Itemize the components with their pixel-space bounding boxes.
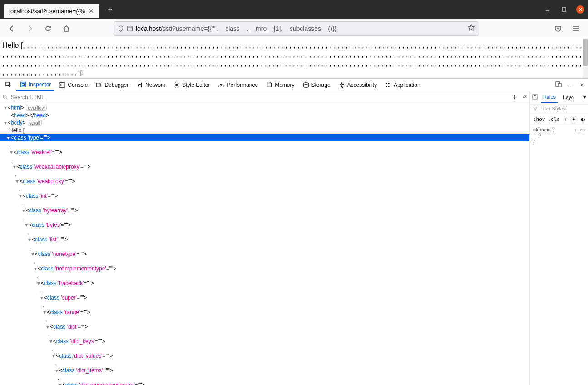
pocket-button[interactable] [551,21,565,36]
svg-line-29 [6,98,8,99]
layout-tab[interactable]: Layo [561,91,576,103]
svg-rect-9 [22,83,24,85]
home-button[interactable] [59,21,74,36]
forward-button[interactable] [23,21,37,36]
svg-rect-27 [558,83,561,87]
rules-tab[interactable]: Rules [541,91,558,103]
devtools-tab-storage[interactable]: Storage [299,79,334,91]
devtools-close-button[interactable]: ✕ [578,80,586,90]
new-tab-button[interactable]: + [104,3,116,16]
svg-point-21 [388,84,389,85]
window-titlebar: localhost/ssti?username={{% ✕ + ✕ [0,0,588,19]
svg-point-17 [386,83,387,84]
devtools-tabbar: InspectorConsoleDebuggerNetworkStyle Edi… [0,79,588,91]
svg-rect-31 [534,95,536,98]
page-info-icon[interactable] [127,25,133,32]
eyedropper-button[interactable] [521,93,527,101]
svg-point-23 [386,86,387,87]
close-window-button[interactable]: ✕ [576,5,584,14]
dom-tree[interactable]: ▾<html>overflow <head></head> ▾<body>scr… [0,103,529,385]
url-text: localhost/ssti?username={{"".__class__._… [136,25,336,32]
search-html-input[interactable] [11,94,510,100]
svg-rect-11 [267,83,272,87]
filter-styles-input[interactable]: Filter Styles [539,106,565,111]
rules-panel: Rules Layo ▾ Filter Styles :hov .cls + ☀… [530,91,588,385]
page-body: Hello [, , , , , , , , , , , , , , , , ,… [0,38,588,78]
shield-icon [118,25,124,32]
devtools-tab-application[interactable]: Application [381,79,424,91]
devtools-tab-debugger[interactable]: Debugger [92,79,132,91]
responsive-design-button[interactable] [553,79,563,90]
svg-point-16 [341,82,342,84]
close-tab-icon[interactable]: ✕ [89,7,94,15]
svg-rect-2 [128,26,133,31]
url-bar[interactable]: localhost/ssti?username={{"".__class__._… [114,21,479,36]
window-controls: ✕ [544,5,584,14]
svg-point-25 [389,86,390,87]
browser-tab[interactable]: localhost/ssti?username={{% ✕ [4,4,99,18]
svg-point-19 [389,83,390,84]
svg-point-24 [388,86,389,87]
page-text: Hello [, , , , , , , , , , , , , , , , ,… [2,41,586,76]
svg-rect-8 [21,82,26,87]
svg-point-33 [539,135,540,135]
svg-rect-1 [562,8,566,11]
maximize-button[interactable] [560,5,568,14]
add-rule-button[interactable]: + [564,117,567,122]
svg-point-28 [3,95,6,98]
rule-close: } [533,138,585,143]
reload-button[interactable] [41,21,55,36]
rule-source: inline [573,127,585,132]
filter-icon [533,106,538,111]
devtools-tab-console[interactable]: Console [55,79,91,91]
svg-point-18 [388,83,389,84]
navigation-toolbar: localhost/ssti?username={{"".__class__._… [0,19,588,38]
element-picker-button[interactable] [2,79,15,91]
rule-selector[interactable]: element { [533,127,554,132]
svg-point-20 [386,84,387,85]
devtools-tab-network[interactable]: Network [133,79,169,91]
rules-panel-box-icon[interactable] [532,94,538,100]
devtools-panel: InspectorConsoleDebuggerNetworkStyle Edi… [0,78,588,385]
devtools-tab-style-editor[interactable]: Style Editor [170,79,213,91]
tab-title: localhost/ssti?username={{% [9,8,85,15]
page-scrollbar[interactable] [583,38,588,78]
rules-overflow-icon[interactable]: ▾ [583,94,586,100]
print-media-toggle[interactable]: ◐ [581,116,585,122]
devtools-tab-inspector[interactable]: Inspector [16,79,54,91]
svg-point-22 [389,84,390,85]
back-button[interactable] [5,21,19,36]
light-dark-toggle[interactable]: ☀ [572,116,576,122]
bookmark-star-icon[interactable] [468,24,475,33]
svg-rect-30 [533,95,537,99]
add-node-button[interactable]: + [513,93,517,101]
target-icon [538,133,542,137]
devtools-tab-accessibility[interactable]: Accessibility [335,79,380,91]
search-icon [3,95,8,100]
app-menu-button[interactable] [569,21,583,36]
html-tree-panel: + ▾<html>overflow <head></head> ▾<body>s… [0,91,530,385]
devtools-tab-performance[interactable]: Performance [214,79,262,91]
devtools-menu-button[interactable]: ⋯ [566,80,575,90]
devtools-tab-memory[interactable]: Memory [262,79,298,91]
minimize-button[interactable] [544,5,552,14]
svg-point-15 [303,82,308,84]
hov-toggle[interactable]: :hov [533,116,545,122]
cls-toggle[interactable]: .cls [548,116,560,122]
